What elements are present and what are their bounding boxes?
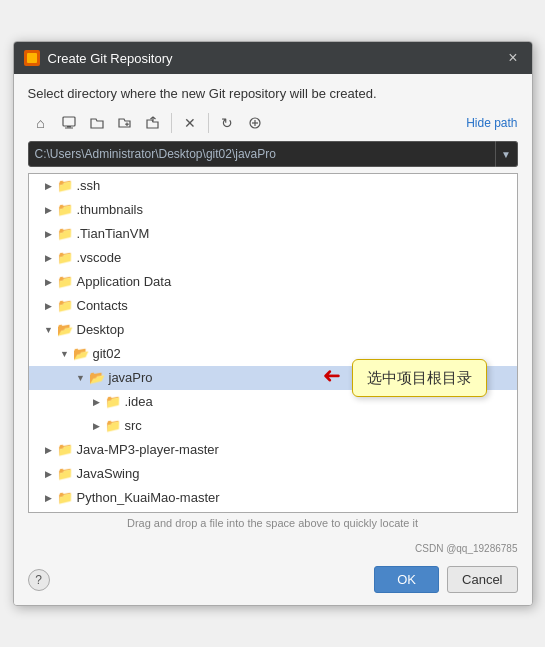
folder-open-button[interactable]: [84, 111, 110, 135]
tree-label-git02: git02: [93, 344, 121, 364]
tree-label-javapro: javaPro: [109, 368, 153, 388]
tree-label-java-mp3: Java-MP3-player-master: [77, 440, 219, 460]
path-input[interactable]: [28, 141, 496, 167]
folder-up-icon: [146, 116, 160, 130]
folder-icon-javaswing: 📁: [57, 466, 73, 482]
create-git-dialog: Create Git Repository × Select directory…: [13, 41, 533, 606]
tree-item-desktop[interactable]: 📂 Desktop: [29, 318, 517, 342]
tree-item-vscode[interactable]: 📁 .vscode: [29, 246, 517, 270]
tree-label-appdata: Application Data: [77, 272, 172, 292]
ok-button[interactable]: OK: [374, 566, 439, 593]
expand-idea[interactable]: [89, 394, 105, 410]
tree-item-contacts[interactable]: 📁 Contacts: [29, 294, 517, 318]
app-icon: [24, 50, 40, 66]
svg-rect-0: [63, 117, 75, 126]
toolbar: ⌂ ✕ ↻ Hide path: [28, 111, 518, 135]
folder-icon-appdata: 📁: [57, 274, 73, 290]
tree-label-python-kuaimao: Python_KuaiMao-master: [77, 488, 220, 508]
tree-item-thumbnails[interactable]: 📁 .thumbnails: [29, 198, 517, 222]
tree-item-python-kuaimao[interactable]: 📁 Python_KuaiMao-master: [29, 486, 517, 510]
toolbar-separator: [171, 113, 172, 133]
watermark-text: CSDN @qq_19286785: [14, 543, 532, 558]
tree-label-contacts: Contacts: [77, 296, 128, 316]
tree-label-tiantianvm: .TianTianVM: [77, 224, 150, 244]
toolbar-separator-2: [208, 113, 209, 133]
dialog-footer: ? OK Cancel: [14, 558, 532, 605]
description-text: Select directory where the new Git repos…: [28, 86, 518, 101]
tree-item-javapro[interactable]: 📂 javaPro 选中项目根目录 ➜: [29, 366, 517, 390]
close-button[interactable]: ×: [504, 48, 521, 68]
folder-icon-contacts: 📁: [57, 298, 73, 314]
path-bar: ▼: [28, 141, 518, 167]
tree-item-ssh[interactable]: 📁 .ssh: [29, 174, 517, 198]
expand-thumbnails[interactable]: [41, 202, 57, 218]
folder-open-icon: [90, 116, 104, 130]
monitor-icon: [62, 116, 76, 130]
expand-java-mp3[interactable]: [41, 442, 57, 458]
expand-git02[interactable]: [57, 346, 73, 362]
folder-new-icon: [118, 116, 132, 130]
tree-item-java-mp3[interactable]: 📁 Java-MP3-player-master: [29, 438, 517, 462]
expand-ssh[interactable]: [41, 178, 57, 194]
folder-icon-thumbnails: 📁: [57, 202, 73, 218]
tree-label-src: src: [125, 416, 142, 436]
red-arrow-icon: ➜: [323, 366, 341, 386]
folder-icon-src: 📁: [105, 418, 121, 434]
footer-buttons: OK Cancel: [374, 566, 517, 593]
tooltip-text: 选中项目根目录: [367, 369, 472, 386]
folder-up-button[interactable]: [140, 111, 166, 135]
expand-javapro[interactable]: [73, 370, 89, 386]
hide-path-button[interactable]: Hide path: [466, 116, 517, 130]
folder-icon-ssh: 📁: [57, 178, 73, 194]
title-bar: Create Git Repository ×: [14, 42, 532, 74]
expand-javaswing[interactable]: [41, 466, 57, 482]
drag-hint-text: Drag and drop a file into the space abov…: [28, 513, 518, 533]
folder-icon-git02: 📂: [73, 346, 89, 362]
tree-label-javaswing: JavaSwing: [77, 464, 140, 484]
folder-new-button[interactable]: [112, 111, 138, 135]
bookmarks-button[interactable]: [242, 111, 268, 135]
tree-label-vscode: .vscode: [77, 248, 122, 268]
delete-button[interactable]: ✕: [177, 111, 203, 135]
folder-icon-idea: 📁: [105, 394, 121, 410]
file-tree[interactable]: 📁 .ssh 📁 .thumbnails 📁 .TianTianVM 📁 .vs…: [28, 173, 518, 513]
svg-rect-2: [65, 128, 73, 129]
expand-vscode[interactable]: [41, 250, 57, 266]
expand-appdata[interactable]: [41, 274, 57, 290]
help-button[interactable]: ?: [28, 569, 50, 591]
tree-label-ssh: .ssh: [77, 176, 101, 196]
svg-rect-1: [67, 126, 71, 128]
refresh-button[interactable]: ↻: [214, 111, 240, 135]
folder-icon-java-mp3: 📁: [57, 442, 73, 458]
expand-desktop[interactable]: [41, 322, 57, 338]
folder-icon-javapro: 📂: [89, 370, 105, 386]
folder-icon-tiantianvm: 📁: [57, 226, 73, 242]
bookmarks-icon: [248, 116, 262, 130]
desktop-button[interactable]: [56, 111, 82, 135]
path-dropdown-button[interactable]: ▼: [496, 141, 518, 167]
title-bar-left: Create Git Repository: [24, 50, 173, 66]
cancel-button[interactable]: Cancel: [447, 566, 517, 593]
tree-item-javaswing[interactable]: 📁 JavaSwing: [29, 462, 517, 486]
dialog-body: Select directory where the new Git repos…: [14, 74, 532, 543]
expand-src[interactable]: [89, 418, 105, 434]
expand-tiantianvm[interactable]: [41, 226, 57, 242]
expand-python-kuaimao[interactable]: [41, 490, 57, 506]
tree-item-src[interactable]: 📁 src: [29, 414, 517, 438]
tooltip-box: 选中项目根目录 ➜: [352, 359, 487, 397]
folder-icon-vscode: 📁: [57, 250, 73, 266]
tree-item-appdata[interactable]: 📁 Application Data: [29, 270, 517, 294]
tree-label-idea: .idea: [125, 392, 153, 412]
tree-label-desktop: Desktop: [77, 320, 125, 340]
tree-item-tiantianvm[interactable]: 📁 .TianTianVM: [29, 222, 517, 246]
expand-contacts[interactable]: [41, 298, 57, 314]
dialog-title: Create Git Repository: [48, 51, 173, 66]
folder-icon-desktop: 📂: [57, 322, 73, 338]
tree-label-thumbnails: .thumbnails: [77, 200, 143, 220]
home-button[interactable]: ⌂: [28, 111, 54, 135]
folder-icon-python-kuaimao: 📁: [57, 490, 73, 506]
